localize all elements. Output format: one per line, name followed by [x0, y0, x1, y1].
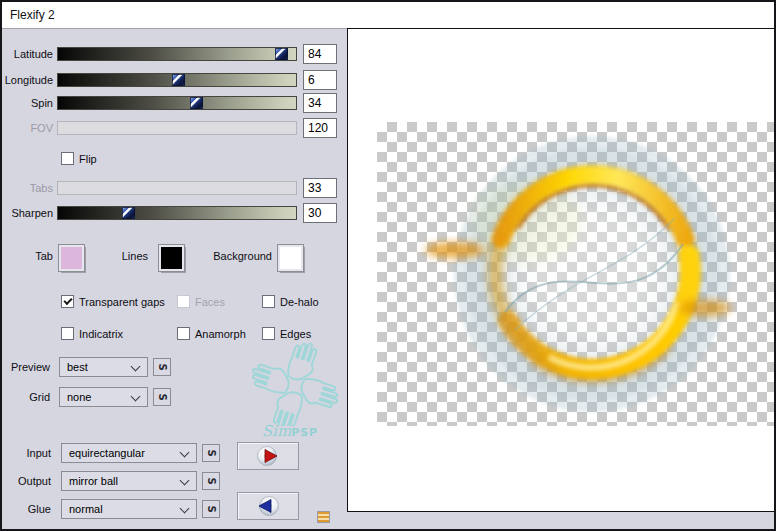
random-icon: S: [157, 393, 167, 400]
tabs-value[interactable]: 33: [303, 178, 337, 198]
input-value: equirectangular: [69, 444, 145, 462]
fov-value[interactable]: 120: [303, 118, 337, 138]
checkbox-box: [61, 327, 74, 340]
checkbox-box: [177, 295, 190, 308]
preview-label: Preview: [2, 357, 50, 377]
tabs-slider: [57, 181, 297, 195]
simpsp-watermark-text: SimPSP: [245, 422, 335, 440]
checkbox-box: [262, 295, 275, 308]
de-halo-label: De-halo: [280, 296, 319, 308]
checkbox-box: [61, 295, 74, 308]
tab-color-swatch[interactable]: [59, 245, 84, 271]
sharpen-label: Sharpen: [2, 206, 53, 220]
checkbox-box: [61, 152, 74, 165]
flexify-window: Flexify 2 Latitude 84 Longitude 6 Spin 3…: [0, 0, 776, 531]
grid-label: Grid: [2, 387, 50, 407]
spin-value[interactable]: 34: [303, 93, 337, 113]
cancel-button[interactable]: [237, 492, 299, 520]
chevron-down-icon: [180, 476, 190, 486]
background-swatch-label: Background: [192, 244, 272, 268]
random-icon: S: [206, 505, 216, 512]
preview-random-button[interactable]: S: [153, 358, 171, 376]
grid-select[interactable]: none: [59, 387, 148, 407]
spin-slider[interactable]: [57, 96, 297, 110]
preview-panel: [347, 28, 774, 512]
input-random-button[interactable]: S: [202, 444, 220, 462]
cd-blue-arrow-icon: [255, 495, 281, 517]
output-random-button[interactable]: S: [202, 472, 220, 490]
background-color-swatch[interactable]: [278, 245, 303, 271]
cd-red-arrow-icon: [255, 445, 281, 467]
output-value: mirror ball: [69, 472, 118, 490]
fov-slider: [57, 121, 297, 135]
chevron-down-icon: [180, 448, 190, 458]
chevron-down-icon: [131, 362, 141, 372]
random-icon: S: [206, 477, 216, 484]
lines-color-swatch[interactable]: [159, 245, 184, 271]
faces-label: Faces: [195, 296, 225, 308]
transparent-gaps-label: Transparent gaps: [79, 296, 165, 308]
ok-button[interactable]: [237, 442, 299, 470]
glue-value: normal: [69, 500, 103, 518]
rendered-image: [377, 122, 774, 426]
input-select[interactable]: equirectangular: [61, 443, 197, 463]
glue-select[interactable]: normal: [61, 499, 197, 519]
latitude-value[interactable]: 84: [303, 44, 337, 64]
grid-random-button[interactable]: S: [153, 388, 171, 406]
sharpen-value[interactable]: 30: [303, 203, 337, 223]
lines-swatch-label: Lines: [97, 244, 148, 268]
watermark-script-text: Sim: [262, 422, 291, 440]
slider-thumb[interactable]: [122, 207, 135, 219]
random-icon: S: [157, 363, 167, 370]
slider-thumb[interactable]: [190, 97, 203, 109]
slider-thumb[interactable]: [275, 48, 288, 60]
easter-egg-icon[interactable]: [317, 511, 330, 523]
output-label: Output: [2, 471, 51, 491]
anamorph-label: Anamorph: [195, 328, 246, 340]
slider-thumb[interactable]: [172, 74, 185, 86]
checkbox-box: [177, 327, 190, 340]
spin-label: Spin: [2, 96, 53, 110]
checkbox-box: [262, 327, 275, 340]
latitude-label: Latitude: [2, 47, 53, 61]
random-icon: S: [206, 449, 216, 456]
tab-swatch-label: Tab: [2, 244, 53, 268]
latitude-slider[interactable]: [57, 47, 297, 61]
chevron-down-icon: [180, 504, 190, 514]
preview-value: best: [67, 358, 88, 376]
simpsp-hands-logo: [245, 340, 345, 426]
watermark-block-text: PSP: [291, 426, 318, 439]
preview-select[interactable]: best: [59, 357, 148, 377]
title-bar[interactable]: Flexify 2: [2, 2, 774, 29]
sharpen-slider[interactable]: [57, 206, 297, 220]
transparency-checkerboard[interactable]: [377, 122, 774, 426]
longitude-value[interactable]: 6: [303, 70, 337, 90]
grid-value: none: [67, 388, 91, 406]
indicatrix-label: Indicatrix: [79, 328, 123, 340]
flip-label: Flip: [79, 153, 97, 165]
chevron-down-icon: [131, 392, 141, 402]
output-select[interactable]: mirror ball: [61, 471, 197, 491]
glue-label: Glue: [2, 499, 51, 519]
glue-random-button[interactable]: S: [202, 500, 220, 518]
tabs-label: Tabs: [2, 181, 53, 195]
longitude-slider[interactable]: [57, 73, 297, 87]
edges-label: Edges: [280, 328, 311, 340]
window-title: Flexify 2: [10, 8, 55, 22]
fov-label: FOV: [2, 121, 53, 135]
input-label: Input: [2, 443, 51, 463]
longitude-label: Longitude: [2, 73, 53, 87]
